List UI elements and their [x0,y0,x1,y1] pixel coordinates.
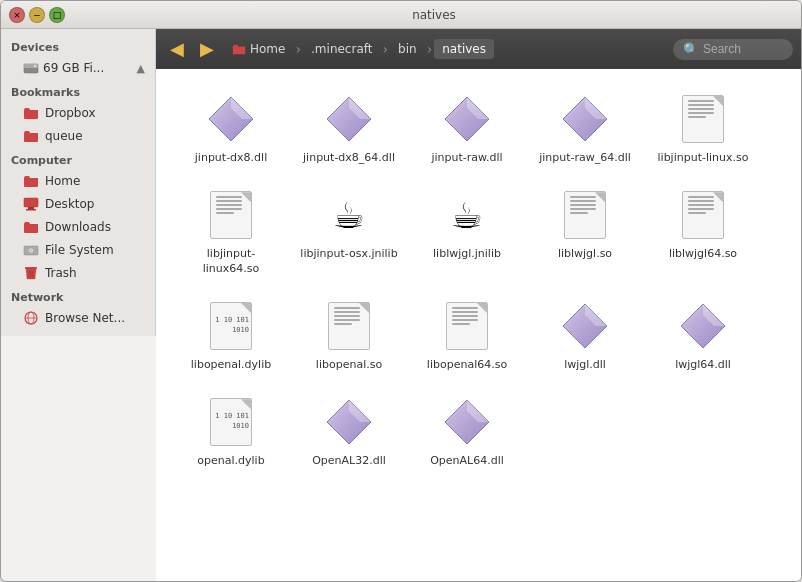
list-item[interactable]: libjinput-linux64.so [176,181,286,284]
dll-file-icon [443,95,491,143]
file-icon [677,189,729,241]
file-name: jinput-dx8_64.dll [303,151,395,165]
file-name: OpenAL32.dll [312,454,386,468]
svg-rect-5 [26,209,36,211]
file-name: jinput-raw.dll [431,151,502,165]
text-file-icon [328,302,370,350]
breadcrumb: Home › .minecraft › bin › natives [224,39,661,59]
sidebar-item-queue[interactable]: queue [5,125,151,147]
file-name: lwjgl64.dll [675,358,731,372]
breadcrumb-minecraft[interactable]: .minecraft [303,39,380,59]
list-item[interactable]: OpenAL64.dll [412,388,522,476]
dll-file-icon [679,302,727,350]
dll-file-icon [325,398,373,446]
svg-point-2 [34,65,36,67]
text-file-icon [446,302,488,350]
file-icon [441,300,493,352]
drive-label: 69 GB Fi... [43,61,104,75]
network-icon [23,310,39,326]
list-item[interactable]: lwjgl64.dll [648,292,758,380]
sidebar-item-desktop[interactable]: Desktop [5,193,151,215]
breadcrumb-home[interactable]: Home [224,39,293,59]
search-input[interactable] [703,42,783,56]
svg-rect-4 [28,207,34,209]
list-item[interactable]: jinput-dx8.dll [176,85,286,173]
close-button[interactable]: × [9,7,25,23]
file-icon: 1 10 101 1010 [205,396,257,448]
text-file-icon [682,95,724,143]
sidebar-item-69gb[interactable]: 69 GB Fi... ▲ [5,57,151,79]
forward-button[interactable]: ▶ [194,38,220,60]
list-item[interactable]: libopenal64.so [412,292,522,380]
svg-point-8 [30,250,32,252]
sidebar-section-computer: Computer [1,148,155,169]
binary-file-icon: 1 10 101 1010 [210,302,252,350]
sidebar-wrapper: Devices 69 GB Fi... ▲ Bookmarks [1,29,156,581]
file-name: libopenal.so [316,358,382,372]
file-icon [559,93,611,145]
list-item[interactable]: jinput-raw_64.dll [530,85,640,173]
file-icon [441,93,493,145]
list-item[interactable]: lwjgl.dll [530,292,640,380]
list-item[interactable]: jinput-raw.dll [412,85,522,173]
trash-label: Trash [45,266,77,280]
file-icon [205,93,257,145]
list-item[interactable]: liblwjgl64.so [648,181,758,284]
file-icon: ☕ [441,189,493,241]
file-icon [323,300,375,352]
list-item[interactable]: libopenal.so [294,292,404,380]
file-name: libjinput-linux.so [658,151,749,165]
window-controls: × − □ [9,7,65,23]
folder-queue-icon [23,128,39,144]
home-label: Home [45,174,80,188]
desktop-icon [23,196,39,212]
sidebar-item-trash[interactable]: Trash [5,262,151,284]
browsenet-label: Browse Net... [45,311,125,325]
breadcrumb-natives[interactable]: natives [434,39,494,59]
desktop-label: Desktop [45,197,95,211]
file-grid: jinput-dx8.dll jinput-dx8_64.dll [156,69,801,581]
list-item[interactable]: jinput-dx8_64.dll [294,85,404,173]
file-name: OpenAL64.dll [430,454,504,468]
list-item[interactable]: liblwjgl.so [530,181,640,284]
list-item[interactable]: ☕libjinput-osx.jnilib [294,181,404,284]
downloads-label: Downloads [45,220,111,234]
window-title: natives [75,8,793,22]
sidebar-section-devices: Devices [1,35,155,56]
sidebar-item-home[interactable]: Home [5,170,151,192]
sidebar-item-downloads[interactable]: Downloads [5,216,151,238]
maximize-button[interactable]: □ [49,7,65,23]
dll-file-icon [325,95,373,143]
list-item[interactable]: 1 10 101 1010libopenal.dylib [176,292,286,380]
folder-red-icon [23,105,39,121]
back-button[interactable]: ◀ [164,38,190,60]
breadcrumb-sep-2: › [382,41,388,57]
dll-file-icon [443,398,491,446]
file-name: openal.dylib [197,454,264,468]
breadcrumb-bin[interactable]: bin [390,39,425,59]
trash-icon [23,265,39,281]
sidebar-section-network: Network [1,285,155,306]
list-item[interactable]: ☕liblwjgl.jnilib [412,181,522,284]
sidebar-item-browsenet[interactable]: Browse Net... [5,307,151,329]
svg-rect-9 [25,267,37,269]
sidebar-item-dropbox[interactable]: Dropbox [5,102,151,124]
file-name: jinput-dx8.dll [195,151,267,165]
content-area: ◀ ▶ Home › .minecraft › bin [156,29,801,581]
eject-button[interactable]: ▲ [137,62,145,75]
file-manager-window: × − □ natives Devices 69 GB Fi... ▲ [0,0,802,582]
file-name: jinput-raw_64.dll [539,151,631,165]
binary-file-icon: 1 10 101 1010 [210,398,252,446]
list-item[interactable]: 1 10 101 1010openal.dylib [176,388,286,476]
file-icon [559,189,611,241]
list-item[interactable]: OpenAL32.dll [294,388,404,476]
sidebar-item-filesystem[interactable]: File System [5,239,151,261]
file-icon: 1 10 101 1010 [205,300,257,352]
text-file-icon [564,191,606,239]
file-name: lwjgl.dll [564,358,606,372]
minimize-button[interactable]: − [29,7,45,23]
search-area[interactable]: 🔍 [673,39,793,60]
list-item[interactable]: libjinput-linux.so [648,85,758,173]
downloads-icon [23,219,39,235]
file-name: liblwjgl.jnilib [433,247,501,261]
